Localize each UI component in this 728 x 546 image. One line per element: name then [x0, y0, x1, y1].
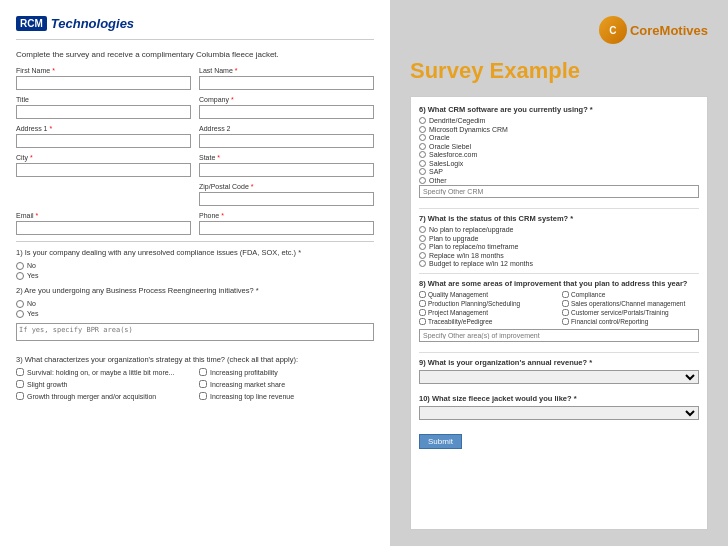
q3-opt3-cb[interactable]	[16, 392, 24, 400]
submit-button[interactable]: Submit	[419, 434, 462, 449]
q6-opt8-radio[interactable]	[419, 177, 426, 184]
address2-input[interactable]	[199, 134, 374, 148]
q9-select[interactable]	[419, 370, 699, 384]
q2-no: No	[16, 300, 374, 308]
title-company-row: Title Company *	[16, 96, 374, 119]
q6-opt1: Dendrite/Cegedim	[419, 117, 699, 124]
company-input[interactable]	[199, 105, 374, 119]
q1-yes-radio[interactable]	[16, 272, 24, 280]
q7-opt4-radio[interactable]	[419, 252, 426, 259]
last-name-input[interactable]	[199, 76, 374, 90]
q8-opt8: Financial control/Reporting	[562, 318, 699, 325]
q6-opt3-radio[interactable]	[419, 134, 426, 141]
city-field: City *	[16, 154, 191, 177]
zip-label: Zip/Postal Code *	[199, 183, 374, 190]
q7-section: 7) What is the status of this CRM system…	[419, 214, 699, 267]
q9-text: 9) What is your organization's annual re…	[419, 358, 699, 367]
q3-opt6-cb[interactable]	[199, 392, 207, 400]
q6-opt6-radio[interactable]	[419, 160, 426, 167]
q10-select[interactable]	[419, 406, 699, 420]
q7-opt5-label: Budget to replace w/in 12 months	[429, 260, 533, 267]
q7-opt3-radio[interactable]	[419, 243, 426, 250]
first-name-input[interactable]	[16, 76, 191, 90]
q6-text: 6) What CRM software are you currently u…	[419, 105, 699, 114]
q8-opt6-cb[interactable]	[562, 309, 569, 316]
q2-specify-input[interactable]	[16, 323, 374, 341]
q8-specify-input[interactable]	[419, 329, 699, 342]
phone-label: Phone *	[199, 212, 374, 219]
q3-opt5-cb[interactable]	[199, 380, 207, 388]
rcm-box: RCM	[16, 16, 47, 31]
zip-spacer	[16, 183, 191, 206]
q8-opt5-cb[interactable]	[419, 309, 426, 316]
left-panel: RCM Technologies Complete the survey and…	[0, 0, 390, 546]
q1-yes-label: Yes	[27, 272, 38, 279]
q8-opt4-label: Sales operations/Channel management	[571, 300, 685, 307]
zip-input[interactable]	[199, 192, 374, 206]
address1-input[interactable]	[16, 134, 191, 148]
q8-opt7: Traceability/ePedigree	[419, 318, 556, 325]
q7-opt2-radio[interactable]	[419, 235, 426, 242]
last-name-field: Last Name *	[199, 67, 374, 90]
q6-specify-input[interactable]	[419, 185, 699, 198]
q3-opt1-cb[interactable]	[16, 368, 24, 376]
q2-yes: Yes	[16, 310, 374, 318]
q1-no-radio[interactable]	[16, 262, 24, 270]
q6-opt8: Other	[419, 177, 699, 184]
q6-section: 6) What CRM software are you currently u…	[419, 105, 699, 202]
state-input[interactable]	[199, 163, 374, 177]
q8-opt8-cb[interactable]	[562, 318, 569, 325]
q6-opt2-radio[interactable]	[419, 126, 426, 133]
preview-divider-1	[419, 208, 699, 209]
q6-opt5-radio[interactable]	[419, 151, 426, 158]
q2-yes-radio[interactable]	[16, 310, 24, 318]
q6-opt2-label: Microsoft Dynamics CRM	[429, 126, 508, 133]
q8-opt2-cb[interactable]	[562, 291, 569, 298]
q8-opt3-label: Production Planning/Scheduling	[428, 300, 520, 307]
q6-opt1-radio[interactable]	[419, 117, 426, 124]
coremotives-text: CoreMotives	[630, 23, 708, 38]
first-name-field: First Name *	[16, 67, 191, 90]
q7-opt3-label: Plan to replace/no timeframe	[429, 243, 519, 250]
email-phone-row: Email * Phone *	[16, 212, 374, 235]
preview-divider-2	[419, 273, 699, 274]
q7-opt4-label: Replace w/in 18 months	[429, 252, 504, 259]
q8-text: 8) What are some areas of improvement th…	[419, 279, 699, 288]
q6-opt5: Salesforce.com	[419, 151, 699, 158]
q6-opt3-label: Oracle	[429, 134, 450, 141]
q6-opt4-radio[interactable]	[419, 143, 426, 150]
city-state-row: City * State *	[16, 154, 374, 177]
cm-logo-box: C CoreMotives	[599, 16, 708, 44]
title-input[interactable]	[16, 105, 191, 119]
right-panel: C CoreMotives Survey Example 6) What CRM…	[390, 0, 728, 546]
q6-opt7-label: SAP	[429, 168, 443, 175]
q8-opt3: Production Planning/Scheduling	[419, 300, 556, 307]
q7-opt5-radio[interactable]	[419, 260, 426, 267]
q1-yes: Yes	[16, 272, 374, 280]
q3-opt4-cb[interactable]	[199, 368, 207, 376]
city-input[interactable]	[16, 163, 191, 177]
email-field: Email *	[16, 212, 191, 235]
q8-section: 8) What are some areas of improvement th…	[419, 279, 699, 346]
q7-opt1-radio[interactable]	[419, 226, 426, 233]
q8-opt4-cb[interactable]	[562, 300, 569, 307]
phone-input[interactable]	[199, 221, 374, 235]
q2-text: 2) Are you undergoing any Business Proce…	[16, 286, 374, 296]
q8-opt7-cb[interactable]	[419, 318, 426, 325]
divider-1	[16, 241, 374, 242]
company-field: Company *	[199, 96, 374, 119]
q3-opt2-label: Slight growth	[27, 381, 67, 388]
logo-area: RCM Technologies	[16, 16, 374, 40]
zip-row: Zip/Postal Code *	[16, 183, 374, 206]
q1-section: 1) Is your company dealing with any unre…	[16, 248, 374, 280]
email-input[interactable]	[16, 221, 191, 235]
q3-opt2-cb[interactable]	[16, 380, 24, 388]
q8-opt6-label: Customer service/Portals/Training	[571, 309, 669, 316]
q6-opt7-radio[interactable]	[419, 168, 426, 175]
q8-opt3-cb[interactable]	[419, 300, 426, 307]
zip-field: Zip/Postal Code *	[199, 183, 374, 206]
q8-opt7-label: Traceability/ePedigree	[428, 318, 492, 325]
q2-no-radio[interactable]	[16, 300, 24, 308]
q3-opt5: Increasing market share	[199, 380, 374, 388]
q8-opt1-cb[interactable]	[419, 291, 426, 298]
